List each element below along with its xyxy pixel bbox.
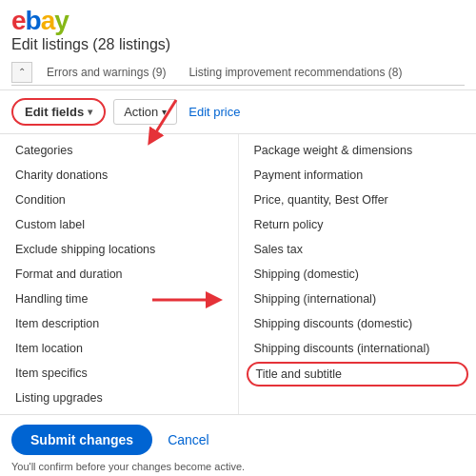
dropdown-right-column: Package weight & dimensions Payment info…: [239, 134, 477, 414]
action-chevron-icon: ▾: [162, 107, 167, 117]
edit-fields-button[interactable]: Edit fields ▾: [11, 98, 106, 126]
logo-y: y: [54, 6, 69, 35]
toolbar: Edit fields ▾ Action ▾ Edit price: [0, 90, 476, 134]
dropdown-item-item-specifics[interactable]: Item specifics: [0, 361, 238, 386]
dropdown-item-title-subtitle[interactable]: Title and subtitle: [247, 362, 469, 387]
dropdown-item-charity[interactable]: Charity donations: [0, 163, 238, 188]
tabs-row: ⌃ Errors and warnings (9) Listing improv…: [11, 59, 465, 86]
edit-fields-label: Edit fields: [25, 105, 84, 119]
dropdown-menu: Categories Charity donations Condition C…: [0, 134, 476, 414]
action-button[interactable]: Action ▾: [113, 99, 177, 125]
logo-e: e: [11, 6, 26, 35]
tab-improvements[interactable]: Listing improvement recommendations (8): [178, 59, 412, 85]
tab-scroll-left[interactable]: ⌃: [11, 62, 32, 83]
dropdown-item-payment-info[interactable]: Payment information: [239, 163, 477, 188]
dropdown-item-format-duration[interactable]: Format and duration: [0, 262, 238, 287]
dropdown-item-custom-label[interactable]: Custom label: [0, 212, 238, 237]
dropdown-item-item-location[interactable]: Item location: [0, 336, 238, 361]
dropdown-item-sales-tax[interactable]: Sales tax: [239, 237, 477, 262]
bottom-buttons: Submit changes Cancel: [11, 425, 465, 455]
page-title: Edit listings (28 listings): [11, 36, 465, 53]
dropdown-item-shipping-international[interactable]: Shipping (international): [239, 287, 477, 311]
cancel-button[interactable]: Cancel: [168, 432, 209, 447]
dropdown-item-listing-upgrades[interactable]: Listing upgrades: [0, 386, 238, 410]
dropdown-item-categories[interactable]: Categories: [0, 138, 238, 163]
bottom-note: You'll confirm before your changes becom…: [11, 461, 465, 472]
edit-price-link[interactable]: Edit price: [185, 100, 244, 124]
dropdown-item-return-policy[interactable]: Return policy: [239, 212, 477, 237]
dropdown-item-shipping-domestic[interactable]: Shipping (domestic): [239, 262, 477, 287]
dropdown-left-column: Categories Charity donations Condition C…: [0, 134, 239, 414]
action-label: Action: [124, 105, 158, 119]
dropdown-item-shipping-discounts-domestic[interactable]: Shipping discounts (domestic): [239, 311, 477, 336]
ebay-logo: ebay: [11, 8, 465, 34]
dropdown-item-exclude-shipping[interactable]: Exclude shipping locations: [0, 237, 238, 262]
submit-changes-button[interactable]: Submit changes: [11, 425, 152, 455]
bottom-bar: Submit changes Cancel You'll confirm bef…: [0, 414, 476, 476]
logo-a: a: [41, 6, 55, 35]
dropdown-item-handling-time[interactable]: Handling time: [0, 287, 238, 311]
tab-errors[interactable]: Errors and warnings (9): [36, 59, 176, 85]
dropdown-item-shipping-discounts-international[interactable]: Shipping discounts (international): [239, 336, 477, 361]
dropdown-item-price-quantity[interactable]: Price, quantity, Best Offer: [239, 188, 477, 212]
logo-b: b: [26, 6, 41, 35]
edit-fields-chevron-icon: ▾: [88, 107, 92, 117]
header: ebay Edit listings (28 listings) ⌃ Error…: [0, 0, 476, 90]
dropdown-item-condition[interactable]: Condition: [0, 188, 238, 212]
dropdown-item-item-description[interactable]: Item description: [0, 311, 238, 336]
dropdown-item-package-weight[interactable]: Package weight & dimensions: [239, 138, 477, 163]
